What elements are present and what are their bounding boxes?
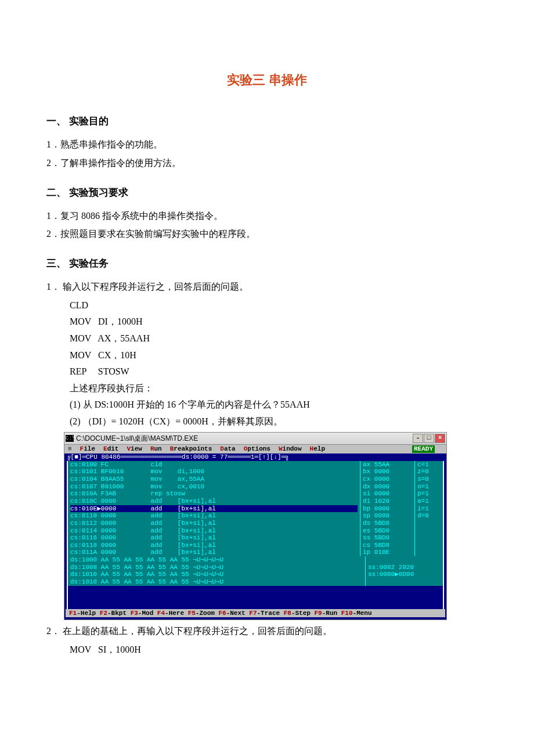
dump-line: ds:1018 AA 55 AA 55 AA 55 AA 55 ¬U¬U¬U¬U	[70, 578, 363, 586]
menu-view[interactable]: View	[127, 445, 142, 453]
asm-line: cs:0114 0000 add [bx+si],al	[70, 527, 358, 535]
asm-line: cs:0107 B91000 mov cx,0010	[70, 483, 358, 491]
maximize-button[interactable]: □	[424, 434, 434, 443]
sysmenu-icon[interactable]: ≡	[68, 445, 72, 453]
task1-intro: 1． 输入以下程序段并运行之，回答后面的问题。	[46, 279, 488, 294]
flag-line: p=1	[417, 490, 441, 498]
asm-line: cs:0100 FC cld	[70, 461, 358, 469]
stack-line: ss:0082 2020	[368, 564, 441, 571]
code-line: MOV DI，1000H	[70, 314, 488, 329]
page-title: 实验三 串操作	[46, 70, 488, 90]
asm-line: cs:011A 0000 add [bx+si],al	[70, 549, 358, 556]
flag-line: i=1	[417, 505, 441, 513]
registers-column: ax 55AAbx 0000cx 0000dx 0000si 0000di 10…	[360, 461, 414, 556]
section-1-heading: 一、 实验目的	[46, 113, 488, 129]
flag-line: s=0	[417, 476, 441, 483]
fkey-bar[interactable]: F1-Help F2-Bkpt F3-Mod F4-Here F5-Zoom F…	[66, 609, 445, 618]
empty-area	[67, 586, 444, 609]
asm-line: cs:010C 0000 add [bx+si],al	[70, 498, 358, 505]
stack-dump: ss:0082 2020ss:0080▶0D00	[365, 556, 443, 586]
dump-panel: ds:1000 AA 55 AA 55 AA 55 AA 55 ¬U¬U¬U¬U…	[67, 556, 444, 586]
window-title: C:\DOCUME~1\sll\桌面\MASM\TD.EXE	[76, 435, 412, 443]
task2-intro: 2． 在上题的基础上，再输入以下程序段并运行之，回答后面的问题。	[46, 624, 488, 639]
asm-line: cs:0101 BF0010 mov di,1000	[70, 468, 358, 476]
menu-help[interactable]: Help	[310, 445, 325, 453]
flag-line: o=1	[417, 483, 441, 491]
menu-edit[interactable]: Edit	[103, 445, 118, 453]
asm-line: cs:010E▶0000 add [bx+si],al	[70, 505, 358, 513]
asm-line: cs:0112 0000 add [bx+si],al	[70, 520, 358, 527]
reg-line: es 5BD8	[363, 527, 412, 535]
reg-line: cs 5BD8	[363, 542, 412, 549]
code-line: MOV AX，55AAH	[70, 331, 488, 346]
menu-run[interactable]: Run	[150, 445, 162, 453]
code-line: REP STOSW	[70, 364, 488, 379]
menu-window[interactable]: Window	[279, 445, 302, 453]
menu-options[interactable]: Options	[244, 445, 270, 453]
flag-line: a=1	[417, 498, 441, 505]
sec2-p2: 2．按照题目要求在实验前编写好实验中的程序段。	[46, 226, 488, 242]
reg-line: ss 5BD8	[363, 534, 412, 542]
td-screenshot: C:\ C:\DOCUME~1\sll\桌面\MASM\TD.EXE - □ ×…	[64, 432, 447, 620]
status-ready: READY	[412, 445, 435, 453]
code-line: CLD	[70, 298, 488, 313]
menu-data[interactable]: Data	[220, 445, 235, 453]
task1-after: 上述程序段执行后：	[70, 381, 488, 396]
reg-line: sp 0080	[363, 512, 412, 520]
flag-line: c=1	[417, 461, 441, 469]
asm-line: cs:010A F3AB rep stosw	[70, 490, 358, 498]
asm-line: cs:0104 B8AA55 mov ax,55AA	[70, 476, 358, 483]
menu-breakpoints[interactable]: Breakpoints	[170, 445, 212, 453]
reg-line: di 1020	[363, 498, 412, 505]
stack-line: ss:0080▶0D00	[368, 571, 441, 578]
disasm-column: cs:0100 FC cld cs:0101 BF0010 mov di,100…	[68, 461, 360, 556]
reg-line: ds 5BD8	[363, 520, 412, 527]
minimize-button[interactable]: -	[413, 434, 423, 443]
sec1-p2: 2．了解串操作指令的使用方法。	[46, 156, 488, 171]
flags-column: c=1z=0s=0o=1p=1a=1i=1d=0	[414, 461, 443, 556]
sec1-p1: 1．熟悉串操作指令的功能。	[46, 137, 488, 152]
reg-line: dx 0000	[363, 483, 412, 491]
cmd-icon: C:\	[66, 435, 74, 442]
menubar[interactable]: ≡ FFileile Edit View Run Breakpoints Dat…	[64, 445, 446, 453]
code-line: MOV SI，1000H	[70, 642, 488, 657]
menu-file[interactable]: FFileile	[80, 445, 95, 453]
window-titlebar: C:\ C:\DOCUME~1\sll\桌面\MASM\TD.EXE - □ ×	[64, 432, 447, 445]
flag-line: z=0	[417, 468, 441, 476]
dump-line: ds:1010 AA 55 AA 55 AA 55 AA 55 ¬U¬U¬U¬U	[70, 571, 363, 578]
reg-line: cx 0000	[363, 476, 412, 483]
task1-q2: (2) （DI）= 1020H（CX）= 0000H，并解释其原因。	[70, 414, 488, 429]
cpu-window-header: ╔[■]═CPU 80486════════════════ds:0000 = …	[64, 453, 446, 461]
dump-line: ds:1000 AA 55 AA 55 AA 55 AA 55 ¬U¬U¬U¬U	[70, 556, 363, 564]
asm-line: cs:0110 0000 add [bx+si],al	[70, 512, 358, 520]
memory-dump: ds:1000 AA 55 AA 55 AA 55 AA 55 ¬U¬U¬U¬U…	[68, 556, 365, 586]
reg-line: ax 55AA	[363, 461, 412, 469]
flag-line: d=0	[417, 512, 441, 520]
reg-line: ip 010E	[363, 549, 412, 556]
task2-code: MOV SI，1000H	[70, 642, 488, 657]
sec2-p1: 1．复习 8086 指令系统中的串操作类指令。	[46, 208, 488, 224]
task1-q1: (1) 从 DS:1000H 开始的 16 个字单元的内容是什么？55AAH	[70, 397, 488, 412]
reg-line: bp 0000	[363, 505, 412, 513]
task1-code: CLD MOV DI，1000H MOV AX，55AAH MOV CX，10H…	[70, 298, 488, 429]
code-line: MOV CX，10H	[70, 348, 488, 363]
asm-line: cs:0116 0000 add [bx+si],al	[70, 534, 358, 542]
stack-line	[368, 556, 441, 564]
cpu-panel: cs:0100 FC cld cs:0101 BF0010 mov di,100…	[67, 461, 444, 556]
asm-line: cs:0118 0000 add [bx+si],al	[70, 542, 358, 549]
close-button[interactable]: ×	[435, 434, 445, 443]
reg-line: bx 0000	[363, 468, 412, 476]
section-3-heading: 三、 实验任务	[46, 255, 488, 271]
dump-line: ds:1008 AA 55 AA 55 AA 55 AA 55 ¬U¬U¬U¬U	[70, 564, 363, 571]
stack-line	[368, 578, 441, 586]
reg-line: si 0000	[363, 490, 412, 498]
section-2-heading: 二、 实验预习要求	[46, 185, 488, 200]
